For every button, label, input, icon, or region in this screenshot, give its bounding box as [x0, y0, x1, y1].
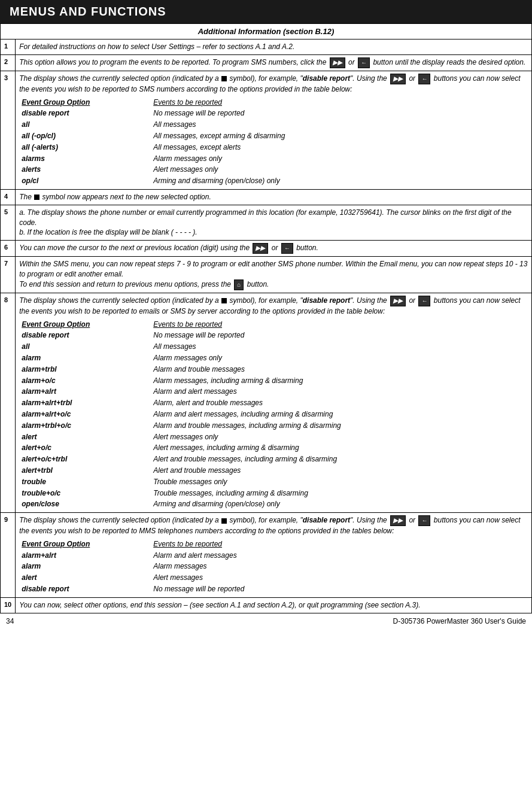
- row-3-intro-1: The display shows the currently selected…: [19, 74, 221, 83]
- row-9-intro-2: symbol), for example, "disable report". …: [227, 516, 389, 524]
- event-col2-header-3: Events to be reported: [151, 97, 528, 108]
- event-header-3: Event Group Option Events to be reported: [19, 97, 528, 108]
- event-row-8-16: open/closeArming and disarming (open/clo…: [19, 499, 528, 510]
- event-row-3-3: all (-op/cl) All messages, except arming…: [19, 130, 528, 142]
- back-button-8: ←: [418, 296, 430, 306]
- page-header: MENUS AND FUNCTIONS: [0, 0, 532, 23]
- ff-button-2: ▶▶: [330, 57, 345, 68]
- row-8-intro-1: The display shows the currently selected…: [19, 296, 221, 305]
- event-row-9-2: alarmAlarm messages: [19, 561, 528, 572]
- row-num-7: 7: [1, 257, 16, 293]
- title-row: Additional Information (section B.12): [1, 24, 532, 40]
- row-6-or: or: [272, 244, 280, 252]
- square-sym-9: [221, 518, 227, 524]
- row-9: 9 The display shows the currently select…: [1, 513, 532, 598]
- row-num-6: 6: [1, 241, 16, 257]
- row-3-intro-2: symbol), for example, "disable report". …: [227, 74, 389, 83]
- event-row-3-4: all (-alerts) All messages, except alert…: [19, 142, 528, 153]
- row-10: 10 You can now, select other options, en…: [1, 597, 532, 613]
- back-button-6: ←: [281, 243, 293, 254]
- row-num-9: 9: [1, 513, 16, 598]
- row-num-5: 5: [1, 205, 16, 240]
- row-6-text-2: button.: [296, 244, 318, 252]
- row-8-intro-2: symbol), for example, "disable report". …: [227, 296, 389, 305]
- row-4-text-1: The: [19, 193, 34, 201]
- event-col2-header-8: Events to be reported: [151, 319, 528, 330]
- row-6-text-1: You can move the cursor to the next or p…: [19, 244, 251, 252]
- event-row-8-12: alert+o/c+trblAlert and trouble messages…: [19, 454, 528, 465]
- row-10-text: You can now, select other options, end t…: [19, 601, 420, 609]
- header-title: MENUS AND FUNCTIONS: [10, 5, 166, 18]
- row-7-line-2: To end this session and return to previo…: [19, 280, 233, 288]
- row-1-text: For detailed instructions on how to sele…: [19, 42, 294, 51]
- row-6-content: You can move the cursor to the next or p…: [16, 241, 532, 257]
- event-col2-header-9: Events to be reported: [151, 539, 528, 550]
- event-row-3-6: alerts Alert messages only: [19, 164, 528, 175]
- event-row-8-1: disable reportNo message will be reporte…: [19, 330, 528, 341]
- row-5: 5 a. The display shows the phone number …: [1, 205, 532, 240]
- event-header-8: Event Group Option Events to be reported: [19, 319, 528, 330]
- back-button-2: ←: [358, 57, 370, 68]
- event-row-8-4: alarm+trblAlarm and trouble messages: [19, 364, 528, 375]
- row-3-content: The display shows the currently selected…: [16, 71, 532, 189]
- row-5-content: a. The display shows the phone number or…: [16, 205, 532, 240]
- row-2-content: This option allows you to program the ev…: [16, 54, 532, 71]
- square-sym-4: [34, 195, 39, 200]
- event-table-9: Event Group Option Events to be reported…: [19, 539, 528, 595]
- event-row-8-2: allAll messages: [19, 341, 528, 353]
- footer-page-num: 34: [6, 617, 14, 625]
- row-num-10: 10: [1, 597, 16, 613]
- row-3-or: or: [409, 74, 417, 83]
- event-col1-header-3: Event Group Option: [19, 97, 151, 108]
- back-button-9: ←: [418, 515, 430, 526]
- row-5-line-a: a. The display shows the phone number or…: [19, 208, 511, 227]
- section-title: Additional Information (section B.12): [1, 24, 532, 40]
- row-num-4: 4: [1, 189, 16, 205]
- row-5-line-b: b. If the location is free the display w…: [19, 228, 197, 236]
- row-7-line-3: button.: [247, 280, 269, 288]
- event-row-3-7: op/cl Arming and disarming (open/close) …: [19, 175, 528, 187]
- ff-button-8: ▶▶: [390, 296, 406, 306]
- row-4-content: The symbol now appears next to the new s…: [16, 189, 532, 205]
- row-1-content: For detailed instructions on how to sele…: [16, 40, 532, 55]
- home-button-7: ⌂: [234, 279, 244, 290]
- row-num-3: 3: [1, 71, 16, 189]
- page-footer: 34 D-305736 PowerMaster 360 User's Guide: [0, 615, 532, 628]
- event-row-8-13: alert+trblAlert and trouble messages: [19, 465, 528, 476]
- event-table-8: Event Group Option Events to be reported…: [19, 319, 528, 511]
- row-num-2: 2: [1, 54, 16, 71]
- row-7-line-1: Within the SMS menu, you can now repeat …: [19, 260, 527, 278]
- ff-button-6: ▶▶: [253, 243, 268, 254]
- event-row-9-3: alertAlert messages: [19, 572, 528, 584]
- event-row-8-10: alertAlert messages only: [19, 432, 528, 443]
- square-sym-3a: [221, 76, 227, 81]
- row-2: 2 This option allows you to program the …: [1, 54, 532, 71]
- row-7-content: Within the SMS menu, you can now repeat …: [16, 257, 532, 293]
- event-row-3-5: alarms Alarm messages only: [19, 153, 528, 165]
- square-sym-8: [221, 298, 227, 303]
- row-num-1: 1: [1, 40, 16, 55]
- event-col1-header-9: Event Group Option: [19, 539, 151, 550]
- event-row-8-11: alert+o/cAlert messages, including armin…: [19, 442, 528, 454]
- event-table-3: Event Group Option Events to be reported…: [19, 97, 528, 187]
- event-row-8-8: alarm+alrt+o/cAlarm and alert messages, …: [19, 409, 528, 420]
- row-7: 7 Within the SMS menu, you can now repea…: [1, 257, 532, 293]
- row-8-content: The display shows the currently selected…: [16, 293, 532, 512]
- footer-doc-ref: D-305736 PowerMaster 360 User's Guide: [393, 617, 526, 625]
- event-row-8-9: alarm+trbl+o/cAlarm and trouble messages…: [19, 420, 528, 432]
- event-row-8-7: alarm+alrt+trblAlarm, alert and trouble …: [19, 397, 528, 409]
- event-row-3-1: disable report No message will be report…: [19, 108, 528, 119]
- row-3: 3 The display shows the currently select…: [1, 71, 532, 189]
- main-table: Additional Information (section B.12) 1 …: [0, 23, 532, 613]
- row-1: 1 For detailed instructions on how to se…: [1, 40, 532, 55]
- row-4-text-2: symbol now appears next to the new selec…: [40, 193, 211, 201]
- ff-button-3: ▶▶: [390, 74, 406, 84]
- row-2-text-3: button until the display reads the desir…: [373, 58, 525, 66]
- row-6: 6 You can move the cursor to the next or…: [1, 241, 532, 257]
- row-10-content: You can now, select other options, end t…: [16, 597, 532, 613]
- event-row-9-1: alarm+alrtAlarm and alert messages: [19, 550, 528, 561]
- row-9-or: or: [409, 516, 417, 524]
- event-row-8-14: troubleTrouble messages only: [19, 476, 528, 488]
- event-row-8-15: trouble+o/cTrouble messages, including a…: [19, 488, 528, 499]
- row-9-intro-1: The display shows the currently selected…: [19, 516, 221, 524]
